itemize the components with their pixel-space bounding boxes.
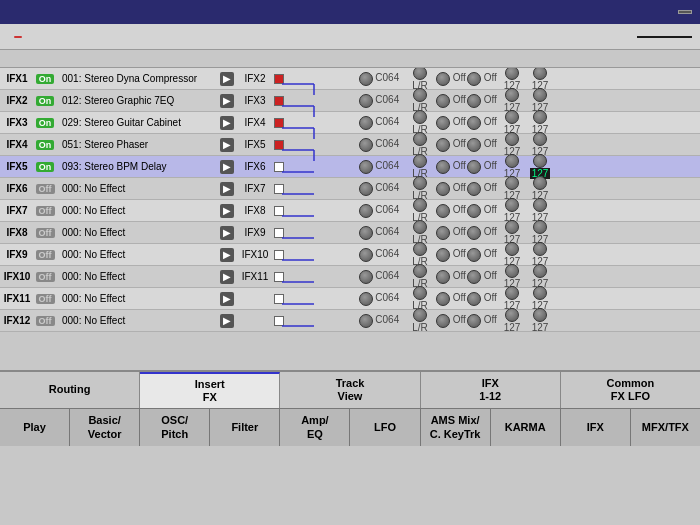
- off-badge[interactable]: Off: [36, 272, 55, 282]
- send1-knob[interactable]: [505, 264, 519, 278]
- row-onoff[interactable]: On: [32, 73, 58, 84]
- table-row[interactable]: IFX1 On 001: Stereo Dyna Compressor ▶ IF…: [0, 68, 700, 90]
- row-pan[interactable]: C064: [354, 226, 404, 240]
- row-rec-bus[interactable]: Off: [436, 72, 466, 86]
- rec-bus-knob[interactable]: [436, 94, 450, 108]
- row-ctrl-bus[interactable]: Off: [466, 182, 498, 196]
- pan-knob[interactable]: [359, 182, 373, 196]
- row-effect-name[interactable]: 012: Stereo Graphic 7EQ: [58, 95, 218, 106]
- row-rec-bus[interactable]: Off: [436, 292, 466, 306]
- row-pan[interactable]: C064: [354, 270, 404, 284]
- row-rec-bus[interactable]: Off: [436, 226, 466, 240]
- tab-routing[interactable]: Routing: [0, 372, 140, 408]
- chain-box-filled[interactable]: [274, 140, 284, 150]
- send1-knob[interactable]: [505, 68, 519, 80]
- row-onoff[interactable]: Off: [32, 271, 58, 282]
- row-ctrl-bus[interactable]: Off: [466, 270, 498, 284]
- ctrl-bus-knob[interactable]: [467, 182, 481, 196]
- row-bus-sel[interactable]: L/R: [404, 308, 436, 333]
- row-onoff[interactable]: Off: [32, 315, 58, 326]
- send1-knob[interactable]: [505, 198, 519, 212]
- row-rec-bus[interactable]: Off: [436, 160, 466, 174]
- insert-fx-dropdown[interactable]: [678, 10, 692, 14]
- send1-knob[interactable]: [505, 88, 519, 102]
- bus-sel-knob[interactable]: [413, 88, 427, 102]
- pan-knob[interactable]: [359, 204, 373, 218]
- row-effect-name[interactable]: 000: No Effect: [58, 271, 218, 282]
- row-effect-name[interactable]: 051: Stereo Phaser: [58, 139, 218, 150]
- row-ctrl-bus[interactable]: Off: [466, 226, 498, 240]
- row-effect-name[interactable]: 000: No Effect: [58, 293, 218, 304]
- row-rec-bus[interactable]: Off: [436, 94, 466, 108]
- on-badge[interactable]: On: [36, 96, 55, 106]
- table-row[interactable]: IFX9 Off 000: No Effect ▶ IFX10 C064 L/R…: [0, 244, 700, 266]
- off-badge[interactable]: Off: [36, 250, 55, 260]
- row-chain-to[interactable]: IFX2: [236, 73, 274, 84]
- row-chain-to[interactable]: IFX10: [236, 249, 274, 260]
- ctrl-bus-knob[interactable]: [467, 270, 481, 284]
- row-ctrl-bus[interactable]: Off: [466, 116, 498, 130]
- chain-arrow-btn[interactable]: ▶: [218, 204, 236, 218]
- send1-knob[interactable]: [505, 308, 519, 322]
- row-ctrl-bus[interactable]: Off: [466, 94, 498, 108]
- chain-arrow-btn[interactable]: ▶: [218, 116, 236, 130]
- pan-knob[interactable]: [359, 226, 373, 240]
- send2-knob[interactable]: [533, 68, 547, 80]
- off-badge[interactable]: Off: [36, 228, 55, 238]
- row-pan[interactable]: C064: [354, 314, 404, 328]
- nav-tab-basic-vector[interactable]: Basic/ Vector: [70, 409, 140, 446]
- ctrl-bus-knob[interactable]: [467, 248, 481, 262]
- nav-tab-play[interactable]: Play: [0, 409, 70, 446]
- nav-tab-amp-eq[interactable]: Amp/ EQ: [280, 409, 350, 446]
- row-chain-to[interactable]: IFX3: [236, 95, 274, 106]
- table-row[interactable]: IFX8 Off 000: No Effect ▶ IFX9 C064 L/R …: [0, 222, 700, 244]
- row-pan[interactable]: C064: [354, 138, 404, 152]
- row-send1[interactable]: 127: [498, 308, 526, 333]
- tab-track-view[interactable]: Track View: [280, 372, 420, 408]
- row-pan[interactable]: C064: [354, 182, 404, 196]
- ctrl-bus-knob[interactable]: [467, 226, 481, 240]
- row-onoff[interactable]: Off: [32, 293, 58, 304]
- row-ctrl-bus[interactable]: Off: [466, 160, 498, 174]
- row-onoff[interactable]: Off: [32, 205, 58, 216]
- ctrl-bus-knob[interactable]: [467, 116, 481, 130]
- on-badge[interactable]: On: [36, 74, 55, 84]
- tempo-value[interactable]: [637, 36, 692, 38]
- chain-arrow-btn[interactable]: ▶: [218, 270, 236, 284]
- table-row[interactable]: IFX7 Off 000: No Effect ▶ IFX8 C064 L/R …: [0, 200, 700, 222]
- row-effect-name[interactable]: 001: Stereo Dyna Compressor: [58, 73, 218, 84]
- row-ctrl-bus[interactable]: Off: [466, 248, 498, 262]
- on-badge[interactable]: On: [36, 118, 55, 128]
- row-ctrl-bus[interactable]: Off: [466, 138, 498, 152]
- tab-ifx-1-12[interactable]: IFX 1-12: [421, 372, 561, 408]
- row-pan[interactable]: C064: [354, 292, 404, 306]
- tab-common-fx-lfo[interactable]: Common FX LFO: [561, 372, 700, 408]
- table-row[interactable]: IFX10 Off 000: No Effect ▶ IFX11 C064 L/…: [0, 266, 700, 288]
- send1-knob[interactable]: [505, 176, 519, 190]
- row-chain-to[interactable]: IFX11: [236, 271, 274, 282]
- pan-knob[interactable]: [359, 138, 373, 152]
- chain-arrow-btn[interactable]: ▶: [218, 248, 236, 262]
- row-rec-bus[interactable]: Off: [436, 116, 466, 130]
- pan-knob[interactable]: [359, 94, 373, 108]
- ctrl-bus-knob[interactable]: [467, 72, 481, 86]
- row-chain-to[interactable]: IFX8: [236, 205, 274, 216]
- pan-knob[interactable]: [359, 314, 373, 328]
- send2-knob[interactable]: [533, 154, 547, 168]
- pan-knob[interactable]: [359, 160, 373, 174]
- row-pan[interactable]: C064: [354, 72, 404, 86]
- row-effect-name[interactable]: 000: No Effect: [58, 183, 218, 194]
- send2-knob[interactable]: [533, 220, 547, 234]
- row-chain-to[interactable]: IFX6: [236, 161, 274, 172]
- bus-sel-knob[interactable]: [413, 110, 427, 124]
- ctrl-bus-knob[interactable]: [467, 292, 481, 306]
- bus-sel-knob[interactable]: [413, 242, 427, 256]
- on-badge[interactable]: On: [36, 140, 55, 150]
- rec-bus-knob[interactable]: [436, 72, 450, 86]
- rec-bus-knob[interactable]: [436, 182, 450, 196]
- bus-sel-knob[interactable]: [413, 286, 427, 300]
- send1-knob[interactable]: [505, 110, 519, 124]
- ctrl-bus-knob[interactable]: [467, 160, 481, 174]
- row-rec-bus[interactable]: Off: [436, 182, 466, 196]
- rec-bus-knob[interactable]: [436, 270, 450, 284]
